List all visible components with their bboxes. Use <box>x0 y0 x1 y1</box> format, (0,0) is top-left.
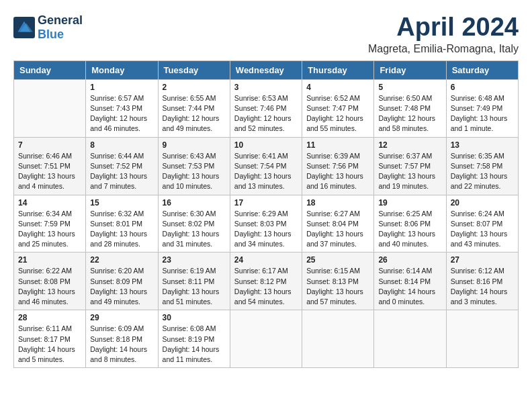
calendar-cell: 18 Sunrise: 6:27 AM Sunset: 8:04 PM Dayl… <box>302 195 374 253</box>
calendar-week-row: 14 Sunrise: 6:34 AM Sunset: 7:59 PM Dayl… <box>14 195 519 253</box>
sunset-text: Sunset: 8:01 PM <box>90 220 142 228</box>
day-info: Sunrise: 6:53 AM Sunset: 7:46 PM Dayligh… <box>234 93 298 134</box>
daylight-text: Daylight: 14 hours and 3 minutes. <box>451 287 508 306</box>
sunrise-text: Sunrise: 6:09 AM <box>90 324 144 332</box>
calendar-table: Sunday Monday Tuesday Wednesday Thursday… <box>13 60 519 368</box>
sunrise-text: Sunrise: 6:37 AM <box>378 152 432 160</box>
calendar-cell: 16 Sunrise: 6:30 AM Sunset: 8:02 PM Dayl… <box>158 195 230 253</box>
daylight-text: Daylight: 13 hours and 40 minutes. <box>378 230 435 248</box>
daylight-text: Daylight: 12 hours and 55 minutes. <box>306 114 363 132</box>
day-number: 21 <box>18 255 81 265</box>
calendar-cell: 29 Sunrise: 6:09 AM Sunset: 8:18 PM Dayl… <box>86 310 158 368</box>
daylight-text: Daylight: 14 hours and 11 minutes. <box>163 345 220 363</box>
day-number: 15 <box>90 198 153 208</box>
calendar-cell: 23 Sunrise: 6:19 AM Sunset: 8:11 PM Dayl… <box>158 253 230 310</box>
day-number: 27 <box>451 255 514 265</box>
day-info: Sunrise: 6:15 AM Sunset: 8:13 PM Dayligh… <box>306 266 369 307</box>
daylight-text: Daylight: 13 hours and 1 minute. <box>451 114 508 132</box>
day-info: Sunrise: 6:32 AM Sunset: 8:01 PM Dayligh… <box>90 209 153 250</box>
sunrise-text: Sunrise: 6:41 AM <box>234 152 288 160</box>
sunset-text: Sunset: 7:43 PM <box>90 104 142 112</box>
day-info: Sunrise: 6:29 AM Sunset: 8:03 PM Dayligh… <box>234 209 298 250</box>
calendar-cell: 30 Sunrise: 6:08 AM Sunset: 8:19 PM Dayl… <box>158 310 230 368</box>
daylight-text: Daylight: 13 hours and 46 minutes. <box>18 287 75 306</box>
sunrise-text: Sunrise: 6:53 AM <box>234 94 288 102</box>
calendar-cell <box>230 310 302 368</box>
day-number: 2 <box>163 83 226 92</box>
day-number: 1 <box>90 83 153 92</box>
calendar-cell: 5 Sunrise: 6:50 AM Sunset: 7:48 PM Dayli… <box>374 79 446 137</box>
calendar-header-row: Sunday Monday Tuesday Wednesday Thursday… <box>14 60 519 79</box>
sunrise-text: Sunrise: 6:27 AM <box>306 210 360 218</box>
day-info: Sunrise: 6:55 AM Sunset: 7:44 PM Dayligh… <box>163 93 226 134</box>
day-info: Sunrise: 6:34 AM Sunset: 7:59 PM Dayligh… <box>18 209 81 250</box>
day-info: Sunrise: 6:44 AM Sunset: 7:52 PM Dayligh… <box>90 151 153 192</box>
day-number: 29 <box>90 313 153 322</box>
daylight-text: Daylight: 13 hours and 19 minutes. <box>378 172 435 190</box>
sunrise-text: Sunrise: 6:22 AM <box>18 267 72 275</box>
calendar-cell: 20 Sunrise: 6:24 AM Sunset: 8:07 PM Dayl… <box>446 195 518 253</box>
sunset-text: Sunset: 8:06 PM <box>378 220 431 228</box>
sunset-text: Sunset: 8:14 PM <box>378 277 431 285</box>
day-number: 11 <box>306 140 369 150</box>
sunset-text: Sunset: 7:57 PM <box>378 162 431 170</box>
sunrise-text: Sunrise: 6:32 AM <box>90 210 144 218</box>
month-title: April 2024 <box>368 13 519 42</box>
day-number: 14 <box>18 198 81 208</box>
sunset-text: Sunset: 7:49 PM <box>451 104 503 112</box>
calendar-cell: 26 Sunrise: 6:14 AM Sunset: 8:14 PM Dayl… <box>374 253 446 310</box>
daylight-text: Daylight: 13 hours and 31 minutes. <box>163 230 220 248</box>
day-number: 26 <box>378 255 441 265</box>
day-number: 20 <box>451 198 514 208</box>
sunset-text: Sunset: 8:18 PM <box>90 335 142 343</box>
daylight-text: Daylight: 13 hours and 49 minutes. <box>90 287 147 306</box>
day-info: Sunrise: 6:11 AM Sunset: 8:17 PM Dayligh… <box>18 324 81 365</box>
sunrise-text: Sunrise: 6:19 AM <box>163 267 216 275</box>
daylight-text: Daylight: 12 hours and 49 minutes. <box>163 114 220 132</box>
daylight-text: Daylight: 13 hours and 7 minutes. <box>90 172 147 190</box>
sunrise-text: Sunrise: 6:34 AM <box>18 210 72 218</box>
calendar-week-row: 28 Sunrise: 6:11 AM Sunset: 8:17 PM Dayl… <box>14 310 519 368</box>
sunrise-text: Sunrise: 6:14 AM <box>378 267 432 275</box>
daylight-text: Daylight: 13 hours and 25 minutes. <box>18 230 75 248</box>
location-subtitle: Magreta, Emilia-Romagna, Italy <box>368 43 519 55</box>
sunrise-text: Sunrise: 6:44 AM <box>90 152 144 160</box>
day-number: 18 <box>306 198 369 208</box>
daylight-text: Daylight: 13 hours and 4 minutes. <box>18 172 75 190</box>
col-wednesday: Wednesday <box>230 60 302 79</box>
day-info: Sunrise: 6:19 AM Sunset: 8:11 PM Dayligh… <box>163 266 226 307</box>
sunrise-text: Sunrise: 6:55 AM <box>163 94 216 102</box>
day-number: 23 <box>163 255 226 265</box>
sunrise-text: Sunrise: 6:11 AM <box>18 324 72 332</box>
sunset-text: Sunset: 7:52 PM <box>90 162 142 170</box>
day-info: Sunrise: 6:35 AM Sunset: 7:58 PM Dayligh… <box>451 151 514 192</box>
daylight-text: Daylight: 13 hours and 28 minutes. <box>90 230 147 248</box>
sunrise-text: Sunrise: 6:35 AM <box>451 152 504 160</box>
sunset-text: Sunset: 8:02 PM <box>163 220 215 228</box>
calendar-cell: 19 Sunrise: 6:25 AM Sunset: 8:06 PM Dayl… <box>374 195 446 253</box>
day-number: 30 <box>163 313 226 322</box>
col-friday: Friday <box>374 60 446 79</box>
col-tuesday: Tuesday <box>158 60 230 79</box>
sunrise-text: Sunrise: 6:20 AM <box>90 267 144 275</box>
sunrise-text: Sunrise: 6:39 AM <box>306 152 360 160</box>
daylight-text: Daylight: 13 hours and 51 minutes. <box>163 287 220 306</box>
sunset-text: Sunset: 7:46 PM <box>234 104 287 112</box>
calendar-cell: 11 Sunrise: 6:39 AM Sunset: 7:56 PM Dayl… <box>302 137 374 195</box>
calendar-cell <box>446 310 518 368</box>
day-info: Sunrise: 6:50 AM Sunset: 7:48 PM Dayligh… <box>378 93 441 134</box>
sunrise-text: Sunrise: 6:08 AM <box>163 324 216 332</box>
col-thursday: Thursday <box>302 60 374 79</box>
calendar-week-row: 1 Sunrise: 6:57 AM Sunset: 7:43 PM Dayli… <box>14 79 519 137</box>
calendar-cell: 15 Sunrise: 6:32 AM Sunset: 8:01 PM Dayl… <box>86 195 158 253</box>
calendar-cell: 24 Sunrise: 6:17 AM Sunset: 8:12 PM Dayl… <box>230 253 302 310</box>
day-info: Sunrise: 6:39 AM Sunset: 7:56 PM Dayligh… <box>306 151 369 192</box>
calendar-cell <box>14 79 86 137</box>
page-header: General Blue April 2024 Magreta, Emilia-… <box>13 13 519 55</box>
col-sunday: Sunday <box>14 60 86 79</box>
day-number: 9 <box>163 140 226 150</box>
title-block: April 2024 Magreta, Emilia-Romagna, Ital… <box>368 13 519 55</box>
day-info: Sunrise: 6:08 AM Sunset: 8:19 PM Dayligh… <box>163 324 226 365</box>
logo-general: General <box>38 13 83 27</box>
daylight-text: Daylight: 13 hours and 22 minutes. <box>451 172 508 190</box>
